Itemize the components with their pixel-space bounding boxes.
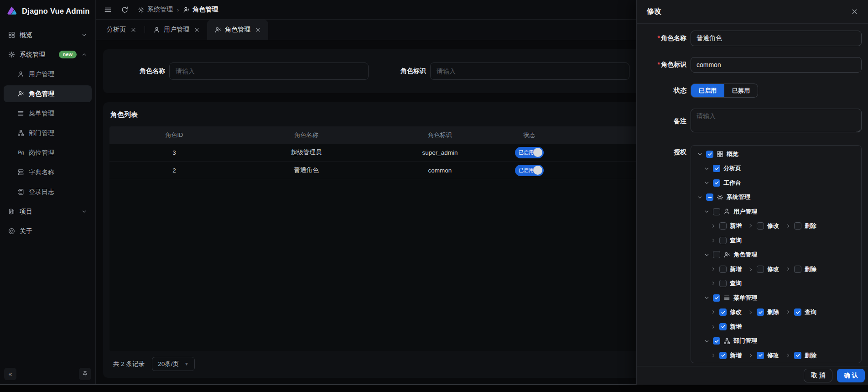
checkbox[interactable]: [713, 251, 720, 258]
tree-node-label[interactable]: 删除: [767, 308, 779, 316]
checkbox[interactable]: [706, 151, 713, 158]
tree-node-label[interactable]: 概览: [727, 150, 738, 158]
checkbox[interactable]: [706, 193, 713, 201]
checkbox[interactable]: [713, 208, 720, 215]
tree-node-label[interactable]: 角色管理: [733, 251, 757, 259]
sidebar-item-project[interactable]: 项目: [4, 203, 92, 220]
checkbox[interactable]: [757, 352, 764, 359]
tab-roles[interactable]: 角色管理: [207, 20, 268, 40]
chevron-right-icon[interactable]: [711, 309, 716, 315]
checkbox[interactable]: [794, 222, 801, 230]
role-name-input[interactable]: [691, 31, 862, 46]
chevron-right-icon[interactable]: [785, 353, 791, 358]
tree-node-label[interactable]: 修改: [767, 265, 779, 273]
sidebar-item-about[interactable]: 关于: [4, 223, 92, 240]
sidebar-item-overview[interactable]: 概览: [4, 26, 92, 43]
checkbox[interactable]: [794, 308, 801, 316]
cancel-button[interactable]: 取 消: [804, 369, 832, 382]
role-name-input[interactable]: [169, 63, 369, 80]
tab-analysis[interactable]: 分析页: [99, 20, 144, 40]
chevron-down-icon[interactable]: [697, 151, 703, 157]
chevron-down-icon[interactable]: [704, 209, 710, 214]
chevron-down-icon[interactable]: [704, 295, 710, 301]
chevron-right-icon[interactable]: [711, 281, 716, 286]
tree-node-label[interactable]: 部门管理: [733, 337, 757, 345]
tree-node-label[interactable]: 修改: [767, 222, 779, 230]
sidebar-item-users[interactable]: 用户管理: [4, 66, 92, 83]
checkbox[interactable]: [794, 266, 801, 273]
sidebar-item-roles[interactable]: 角色管理: [4, 85, 92, 102]
close-icon[interactable]: [194, 27, 200, 33]
tab-users[interactable]: 用户管理: [146, 20, 207, 40]
tree-node-label[interactable]: 查询: [730, 236, 742, 245]
checkbox[interactable]: [719, 280, 727, 287]
chevron-right-icon[interactable]: [748, 309, 754, 315]
checkbox[interactable]: [713, 337, 720, 345]
chevron-right-icon[interactable]: [785, 223, 791, 229]
tree-node-label[interactable]: 修改: [767, 351, 779, 360]
tree-node-label[interactable]: 用户管理: [733, 208, 757, 216]
tree-node-label[interactable]: 修改: [730, 308, 742, 316]
checkbox[interactable]: [757, 222, 764, 230]
tree-node-label[interactable]: 菜单管理: [733, 294, 757, 302]
refresh-icon[interactable]: [121, 6, 129, 14]
checkbox[interactable]: [713, 294, 720, 302]
chevron-down-icon[interactable]: [704, 180, 710, 186]
sidebar-item-menus[interactable]: 菜单管理: [4, 105, 92, 122]
pin-sidebar-button[interactable]: [79, 368, 91, 380]
close-icon[interactable]: [255, 27, 261, 33]
chevron-down-icon[interactable]: [704, 338, 710, 344]
role-code-input[interactable]: [691, 57, 862, 73]
status-enabled-button[interactable]: 已启用: [691, 84, 724, 97]
sidebar-item-posts[interactable]: Pg岗位管理: [4, 144, 92, 161]
chevron-right-icon[interactable]: [711, 267, 716, 272]
remark-textarea[interactable]: [691, 109, 862, 132]
role-code-input[interactable]: [430, 63, 629, 80]
chevron-down-icon[interactable]: [704, 166, 710, 172]
sidebar-item-system[interactable]: 系统管理new: [4, 46, 92, 63]
tree-node-label[interactable]: 新增: [730, 351, 742, 360]
status-disabled-button[interactable]: 已禁用: [724, 84, 758, 97]
chevron-right-icon[interactable]: [711, 223, 716, 229]
chevron-right-icon[interactable]: [748, 267, 754, 272]
checkbox[interactable]: [713, 179, 720, 187]
tree-node-label[interactable]: 分析页: [723, 164, 741, 172]
page-size-select[interactable]: 20条/页 ▼: [152, 357, 195, 371]
breadcrumb-item-system[interactable]: 系统管理: [138, 5, 173, 14]
tree-node-label[interactable]: 工作台: [723, 179, 741, 187]
sidebar-item-logs[interactable]: 登录日志: [4, 183, 92, 200]
tree-node-label[interactable]: 系统管理: [727, 193, 750, 201]
tree-node-label[interactable]: 删除: [805, 351, 816, 360]
chevron-right-icon[interactable]: [711, 324, 716, 329]
checkbox[interactable]: [719, 308, 727, 316]
tree-node-label[interactable]: 查询: [730, 279, 742, 287]
sidebar-item-depts[interactable]: 部门管理: [4, 125, 92, 141]
close-icon[interactable]: [130, 27, 136, 33]
chevron-right-icon[interactable]: [711, 353, 716, 358]
status-toggle[interactable]: 已启用: [515, 165, 544, 176]
tree-node-label[interactable]: 新增: [730, 222, 742, 230]
checkbox[interactable]: [713, 165, 720, 172]
tree-node-label[interactable]: 新增: [730, 323, 742, 331]
checkbox[interactable]: [719, 323, 727, 330]
chevron-right-icon[interactable]: [785, 267, 791, 272]
checkbox[interactable]: [794, 352, 801, 359]
checkbox[interactable]: [719, 237, 727, 244]
chevron-right-icon[interactable]: [711, 238, 716, 243]
collapse-sidebar-button[interactable]: «: [4, 368, 16, 380]
checkbox[interactable]: [719, 352, 727, 359]
checkbox[interactable]: [757, 308, 764, 316]
chevron-down-icon[interactable]: [697, 194, 703, 200]
tree-node-label[interactable]: 新增: [730, 265, 742, 273]
checkbox[interactable]: [719, 266, 727, 273]
tree-node-label[interactable]: 查询: [805, 308, 816, 316]
tree-node-label[interactable]: 删除: [805, 265, 816, 273]
chevron-right-icon[interactable]: [748, 353, 754, 358]
confirm-button[interactable]: 确 认: [837, 369, 865, 382]
close-icon[interactable]: [851, 8, 858, 15]
checkbox[interactable]: [719, 222, 727, 230]
chevron-down-icon[interactable]: [704, 252, 710, 258]
tree-node-label[interactable]: 删除: [805, 222, 816, 230]
checkbox[interactable]: [757, 266, 764, 273]
sidebar-item-dicts[interactable]: 字典名称: [4, 164, 92, 181]
